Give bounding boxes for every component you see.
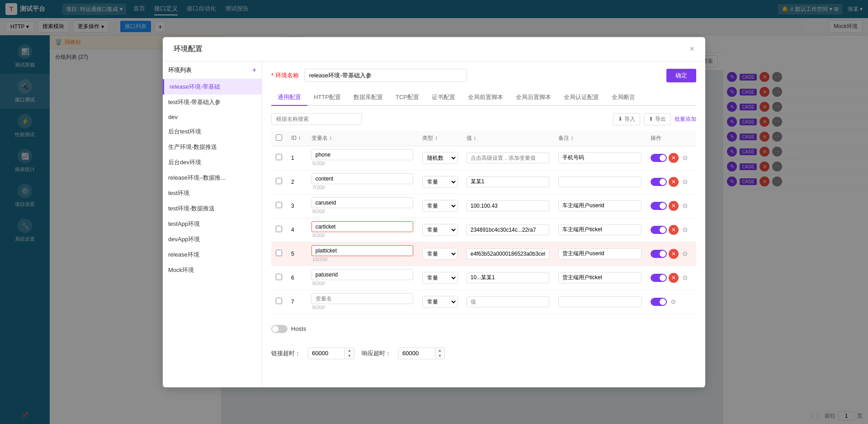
row-checkbox[interactable] — [276, 250, 282, 256]
env-item-10[interactable]: devApp环境 — [163, 232, 262, 247]
var-name-input[interactable] — [311, 293, 414, 304]
var-note-input[interactable] — [558, 152, 641, 163]
env-item-2[interactable]: dev — [163, 110, 262, 124]
config-tab-http[interactable]: HTTP配置 — [307, 90, 347, 106]
batch-add-btn[interactable]: 批量添加 — [675, 115, 696, 123]
import-btn[interactable]: ⬇ 导入 — [613, 113, 640, 125]
toggle-switch[interactable] — [651, 298, 667, 306]
var-note-input[interactable] — [558, 296, 641, 307]
var-type-select[interactable]: 常量 随机数 — [422, 248, 457, 260]
var-settings-btn[interactable]: ⚙ — [682, 250, 688, 257]
config-tab-db[interactable]: 数据库配置 — [347, 90, 389, 106]
col-value: 值 ↕ — [462, 131, 554, 146]
var-name-input[interactable] — [311, 197, 414, 208]
connect-timeout-input[interactable] — [308, 348, 344, 358]
response-timeout-down[interactable]: ▼ — [435, 353, 444, 359]
var-name-input[interactable] — [311, 245, 414, 256]
var-note-input[interactable] — [558, 200, 641, 211]
var-type-select[interactable]: 常量 随机数 — [422, 272, 457, 284]
env-item-9[interactable]: testApp环境 — [163, 216, 262, 232]
var-note-input[interactable] — [558, 176, 641, 187]
var-type-select[interactable]: 常量 随机数 — [422, 296, 457, 308]
response-timeout-up[interactable]: ▲ — [435, 348, 444, 353]
select-all-checkbox[interactable] — [276, 134, 282, 141]
env-item-12[interactable]: Mock环境 — [163, 262, 262, 278]
var-settings-btn[interactable]: ⚙ — [682, 154, 688, 162]
toggle-switch[interactable] — [651, 274, 667, 282]
var-name-input[interactable] — [311, 149, 414, 160]
response-timeout-input[interactable] — [399, 348, 435, 358]
toggle-switch[interactable] — [651, 154, 667, 162]
var-name-input[interactable] — [311, 221, 414, 232]
toggle-switch[interactable] — [651, 202, 667, 210]
env-item-7[interactable]: test环境 — [163, 186, 262, 201]
delete-var-btn[interactable]: ✕ — [669, 225, 679, 235]
env-item-11[interactable]: release环境 — [163, 247, 262, 262]
config-tab-general[interactable]: 通用配置 — [271, 90, 307, 106]
row-checkbox[interactable] — [276, 154, 282, 160]
var-search-input[interactable] — [271, 113, 362, 125]
env-name-input[interactable] — [304, 69, 467, 82]
connect-timeout-up[interactable]: ▲ — [345, 348, 354, 353]
confirm-btn[interactable]: 确定 — [666, 69, 696, 82]
var-name-input[interactable] — [311, 269, 414, 280]
env-item-release-basic[interactable]: release环境-带基础 ⧉ 🗑 — [163, 79, 262, 95]
var-type-select[interactable]: 随机数 常量 — [422, 152, 457, 164]
toggle-switch[interactable] — [651, 178, 667, 186]
row-checkbox[interactable] — [276, 298, 282, 304]
env-item-1[interactable]: test环境-带基础入参 — [163, 95, 262, 110]
config-tab-assert[interactable]: 全局断言 — [605, 90, 642, 106]
var-note-input[interactable] — [558, 272, 641, 283]
env-item-5[interactable]: 后台dev环境 — [163, 155, 262, 170]
export-btn[interactable]: ⬆ 导出 — [644, 113, 671, 125]
var-type-select[interactable]: 常量 随机数 — [422, 200, 457, 212]
env-item-4[interactable]: 生产环境-数据推送 — [163, 139, 262, 155]
var-value-input[interactable] — [467, 224, 549, 235]
env-config: * 环境名称 确定 通用配置 HTTP配置 数据库配置 TCP配置 证书配置 全… — [262, 62, 705, 387]
delete-var-btn[interactable]: ✕ — [669, 249, 679, 259]
row-checkbox[interactable] — [276, 202, 282, 208]
delete-var-btn[interactable]: ✕ — [669, 153, 679, 163]
delete-env-btn[interactable]: 🗑 — [251, 84, 256, 90]
env-item-8[interactable]: test环境-数据推送 — [163, 201, 262, 216]
env-list-add-btn[interactable]: + — [252, 66, 256, 74]
delete-var-btn[interactable]: ✕ — [669, 177, 679, 187]
var-settings-btn[interactable]: ⚙ — [682, 178, 688, 186]
var-row-7: 7 0/200 常量 随机数 — [271, 290, 696, 314]
response-timeout-input-wrap: ▲ ▼ — [398, 348, 445, 359]
var-search-row: ⬇ 导入 ⬆ 导出 批量添加 — [271, 113, 696, 125]
var-note-input[interactable] — [558, 248, 641, 259]
hosts-toggle[interactable] — [271, 325, 288, 333]
var-name-input[interactable] — [311, 173, 414, 184]
config-tab-auth[interactable]: 全局认证配置 — [557, 90, 605, 106]
copy-env-btn[interactable]: ⧉ — [245, 84, 249, 90]
config-tab-post-script[interactable]: 全局后置脚本 — [509, 90, 557, 106]
var-value-input[interactable] — [467, 176, 549, 187]
toggle-switch[interactable] — [651, 250, 667, 258]
row-checkbox[interactable] — [276, 274, 282, 280]
var-value-input[interactable] — [467, 248, 549, 259]
var-value-input[interactable] — [467, 296, 549, 307]
env-item-3[interactable]: 后台test环境 — [163, 124, 262, 139]
var-value-input[interactable] — [467, 152, 549, 163]
var-note-input[interactable] — [558, 224, 641, 235]
var-settings-btn[interactable]: ⚙ — [682, 226, 688, 233]
config-tab-pre-script[interactable]: 全局前置脚本 — [462, 90, 509, 106]
var-type-select[interactable]: 常量 随机数 — [422, 176, 457, 188]
var-settings-btn[interactable]: ⚙ — [682, 274, 688, 281]
config-tab-cert[interactable]: 证书配置 — [425, 90, 462, 106]
config-tab-tcp[interactable]: TCP配置 — [389, 90, 425, 106]
var-value-input[interactable] — [467, 272, 549, 283]
var-settings-btn[interactable]: ⚙ — [670, 298, 676, 305]
toggle-switch[interactable] — [651, 226, 667, 234]
modal-close-btn[interactable]: × — [689, 44, 694, 54]
delete-var-btn[interactable]: ✕ — [669, 201, 679, 211]
var-value-input[interactable] — [467, 200, 549, 211]
row-checkbox[interactable] — [276, 226, 282, 232]
connect-timeout-down[interactable]: ▼ — [345, 353, 354, 359]
var-type-select[interactable]: 常量 随机数 — [422, 224, 457, 236]
row-checkbox[interactable] — [276, 178, 282, 184]
env-item-6[interactable]: release环境--数据推... — [163, 170, 262, 186]
var-settings-btn[interactable]: ⚙ — [682, 202, 688, 210]
delete-var-btn[interactable]: ✕ — [669, 273, 679, 283]
